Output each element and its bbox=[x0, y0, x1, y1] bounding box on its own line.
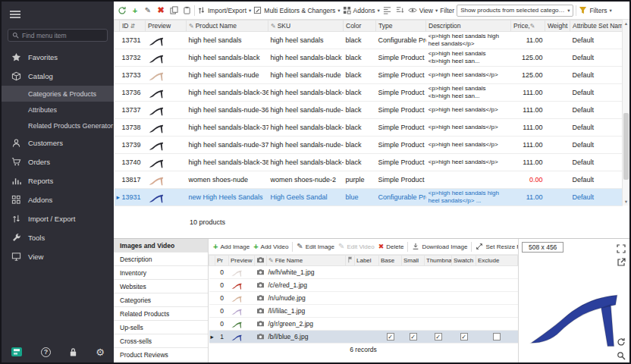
product-row[interactable]: 13739high heel sandals-nude-37high heel … bbox=[115, 136, 623, 154]
cell-base[interactable] bbox=[379, 292, 402, 305]
cell-swatch[interactable] bbox=[452, 305, 476, 318]
col-label[interactable]: Label bbox=[355, 256, 379, 266]
cell-swatch[interactable] bbox=[452, 292, 476, 305]
sidebar-subitem-related-products-generator[interactable]: Related Products Generator bbox=[2, 118, 114, 133]
sidebar-item-orders[interactable]: Orders bbox=[2, 152, 114, 171]
image-row[interactable]: 0/g/r/green_2.jpg bbox=[209, 318, 518, 331]
tab-description[interactable]: Description bbox=[114, 253, 208, 266]
tab-inventory[interactable]: Inventory bbox=[114, 266, 208, 280]
download-image-button[interactable]: Download Image bbox=[412, 243, 467, 250]
sidebar-item-favorites[interactable]: Favorites bbox=[2, 48, 114, 67]
col-base[interactable]: Base bbox=[379, 256, 402, 266]
help-icon[interactable]: ? bbox=[41, 347, 51, 357]
col-id[interactable]: ID⇵ bbox=[120, 20, 146, 32]
col-preview[interactable]: Preview bbox=[229, 256, 255, 266]
product-row[interactable]: ▸13931new High Heels SandalsHigh Geels S… bbox=[115, 189, 623, 206]
lock-icon[interactable] bbox=[69, 347, 77, 357]
cell-camera[interactable] bbox=[255, 331, 267, 344]
edit-icon[interactable]: ✎ bbox=[143, 5, 153, 16]
cell-base[interactable] bbox=[379, 318, 402, 331]
cell-thumbnail[interactable]: ✓ bbox=[425, 331, 452, 344]
delete-button[interactable]: ✖Delete bbox=[378, 243, 404, 250]
search-input[interactable] bbox=[22, 32, 103, 39]
image-row[interactable]: 0/c/e/red_1.jpg bbox=[209, 279, 518, 292]
category-filter-select[interactable]: Show products from selected categories▾ bbox=[457, 5, 573, 17]
cell-small[interactable]: ✓ bbox=[402, 331, 425, 344]
sidebar-item-view[interactable]: View bbox=[2, 247, 114, 266]
cell-exclude[interactable] bbox=[476, 331, 518, 344]
cell-exclude[interactable] bbox=[476, 266, 518, 279]
product-row[interactable]: 13733high heel sandals-nudehigh heel san… bbox=[115, 67, 623, 84]
scroll-down-icon[interactable]: ▼ bbox=[623, 198, 629, 206]
delete-icon[interactable]: ✖ bbox=[155, 5, 166, 16]
tab-related-products[interactable]: Related Products bbox=[114, 307, 208, 321]
cell-thumbnail[interactable] bbox=[425, 305, 452, 318]
open-external-icon[interactable] bbox=[617, 256, 626, 266]
menu-icon[interactable] bbox=[2, 2, 114, 25]
col-type[interactable]: Type bbox=[376, 20, 426, 32]
col-thumbnail[interactable]: Thumbna bbox=[425, 256, 452, 266]
cell-swatch[interactable] bbox=[452, 318, 476, 331]
checkbox[interactable]: ✓ bbox=[410, 333, 417, 340]
zoom-icon[interactable] bbox=[617, 350, 626, 359]
checkbox[interactable]: ✓ bbox=[435, 333, 442, 340]
cell-small[interactable] bbox=[402, 305, 425, 318]
checkbox[interactable] bbox=[493, 333, 501, 340]
cell-exclude[interactable] bbox=[476, 279, 518, 292]
sidebar-subitem-categories-products[interactable]: Categories & Products bbox=[2, 86, 114, 102]
col-swatch[interactable]: Swatch bbox=[452, 256, 476, 266]
product-row[interactable]: 13732high heel sandals-blackhigh heel sa… bbox=[115, 49, 623, 67]
col-sku[interactable]: ✎SKU bbox=[268, 20, 344, 32]
sidebar-item-addons[interactable]: Addons bbox=[2, 190, 114, 209]
set-resize-rule-button[interactable]: Set Resize Rule bbox=[476, 243, 518, 250]
cell-thumbnail[interactable] bbox=[425, 292, 452, 305]
cell-base[interactable] bbox=[379, 305, 402, 318]
product-row[interactable]: 13736high heel sandals-black-36high heel… bbox=[115, 84, 623, 102]
col-small[interactable]: Small bbox=[402, 256, 425, 266]
refresh-icon[interactable] bbox=[117, 5, 127, 16]
cell-base[interactable] bbox=[379, 266, 402, 279]
cell-thumbnail[interactable] bbox=[425, 279, 452, 292]
cell-base[interactable]: ✓ bbox=[379, 331, 402, 344]
col-exclude[interactable]: Exclude bbox=[476, 256, 518, 266]
sidebar-subitem-attributes[interactable]: Attributes bbox=[2, 102, 114, 118]
sidebar-item-import-export[interactable]: Import / Export bbox=[2, 209, 114, 228]
paste-icon[interactable] bbox=[181, 5, 192, 16]
col-attribute-set[interactable]: Attribute Set Name bbox=[570, 20, 623, 32]
product-image-preview[interactable] bbox=[519, 239, 629, 362]
rotate-icon[interactable] bbox=[617, 336, 626, 346]
edit-image-button[interactable]: ✎Edit Image bbox=[297, 243, 334, 250]
tab-categories[interactable]: Categories bbox=[114, 293, 208, 307]
view-menu[interactable]: View▾ bbox=[408, 7, 438, 14]
gear-icon[interactable]: ⚙ bbox=[96, 347, 105, 357]
sidebar-item-catalog[interactable]: Catalog bbox=[2, 67, 114, 86]
tab-websites[interactable]: Websites bbox=[114, 280, 208, 293]
add-video-button[interactable]: +Add Video bbox=[253, 243, 288, 250]
cell-camera[interactable] bbox=[255, 318, 267, 331]
checkbox[interactable]: ✓ bbox=[460, 333, 468, 340]
cell-thumbnail[interactable] bbox=[425, 266, 452, 279]
fullscreen-icon[interactable] bbox=[617, 243, 626, 253]
addons-menu[interactable]: Addons▾ bbox=[343, 6, 380, 14]
image-row[interactable]: 0/w/h/white_1.jpg bbox=[209, 266, 518, 279]
col-weight[interactable]: Weight bbox=[545, 20, 570, 32]
col-preview[interactable]: Preview bbox=[146, 20, 187, 32]
checkbox[interactable]: ✓ bbox=[387, 333, 394, 340]
tab-product-reviews[interactable]: Product Reviews bbox=[114, 348, 208, 362]
cell-thumbnail[interactable] bbox=[425, 318, 452, 331]
sidebar-search[interactable] bbox=[8, 29, 108, 42]
multi-editors-menu[interactable]: Multi Editors & Changers▾ bbox=[253, 6, 340, 14]
col-color[interactable]: Color bbox=[344, 20, 376, 32]
sidebar-item-tools[interactable]: Tools bbox=[2, 228, 114, 247]
store-icon[interactable] bbox=[11, 347, 23, 357]
tab-images-and-video[interactable]: Images and Video bbox=[114, 239, 208, 253]
col-product-name[interactable]: ✎Product Name bbox=[187, 20, 268, 32]
cell-swatch[interactable] bbox=[452, 266, 476, 279]
sidebar-item-customers[interactable]: Customers bbox=[2, 133, 114, 152]
tab-cross-sells[interactable]: Cross-sells bbox=[114, 334, 208, 348]
tab-up-sells[interactable]: Up-sells bbox=[114, 321, 208, 334]
cell-swatch[interactable]: ✓ bbox=[452, 331, 476, 344]
image-row[interactable]: 0/n/u/nude.jpg bbox=[209, 292, 518, 305]
image-row[interactable]: ▸1/b/l/blue_6.jpg✓✓✓✓ bbox=[209, 331, 518, 344]
sort-rows-icon[interactable] bbox=[395, 5, 406, 16]
